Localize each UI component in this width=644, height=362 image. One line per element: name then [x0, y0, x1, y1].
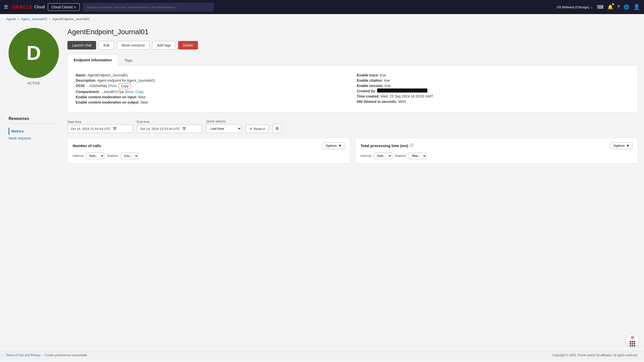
region-selector[interactable]: US Midwest (Chicago) ⌄: [557, 5, 593, 9]
top-nav: ☰ ORACLE Cloud Cloud Classic » US Midwes…: [0, 0, 644, 14]
ocid-copy-button[interactable]: Copy: [119, 83, 131, 89]
notification-icon[interactable]: 🔔: [608, 4, 613, 10]
oracle-text: ORACLE: [12, 5, 33, 10]
info-right-column: Enable trace: true Enable citation: true…: [357, 73, 630, 105]
breadcrumb-agent-journals-link[interactable]: Agent_Journals01: [21, 17, 48, 21]
description-value: Agent endpoint for Agent_Journals01: [97, 78, 155, 83]
quick-selects-dropdown[interactable]: Last hour: [206, 124, 242, 133]
metric-options-processing-chevron: ▼: [626, 144, 629, 148]
end-time-value: Oct 14, 2024 22:53:44 UTC: [140, 127, 180, 131]
interval-label-processing: Interval: [360, 154, 371, 158]
search-input[interactable]: [83, 3, 214, 11]
created-by-redacted: [377, 88, 427, 93]
tab-tags[interactable]: Tags: [118, 55, 139, 65]
edit-button[interactable]: Edit: [99, 41, 114, 50]
content-mod-input-label: Enable content moderation on input:: [76, 95, 137, 100]
user-avatar-icon[interactable]: 👤: [633, 4, 640, 10]
start-time-input-row[interactable]: Oct 14, 2024 21:53:44 UTC 📅: [67, 125, 133, 133]
delete-button[interactable]: Delete: [178, 41, 198, 50]
sidebar-item-metrics[interactable]: Metrics: [9, 128, 59, 135]
interval-select-processing[interactable]: Auto...: [374, 153, 392, 159]
name-label: Name:: [76, 73, 87, 78]
enable-citation-label: Enable citation:: [357, 78, 383, 83]
interval-label: Interval: [73, 154, 84, 158]
start-time-field: Start time Oct 14, 2024 21:53:44 UTC 📅: [67, 120, 133, 133]
left-panel: D ACTIVE Resources Metrics Work requests: [6, 23, 61, 345]
metric-options-processing-button[interactable]: Options ▼: [610, 142, 633, 149]
help-fab-grid-icon: [630, 341, 635, 346]
help-fab-icon: ⊕: [630, 334, 635, 340]
time-selectors-row: Start time Oct 14, 2024 21:53:44 UTC 📅 E…: [67, 119, 638, 133]
info-ocid-row: OCID: ...ts3zhot4aq Show Copy: [76, 83, 349, 89]
end-time-input-row[interactable]: Oct 14, 2024 22:53:44 UTC 📅: [137, 125, 202, 133]
metric-controls-calls: Interval Auto... Statistic Cou...: [73, 153, 345, 159]
info-name-row: Name: AgentEndpoint_Journal01: [76, 73, 349, 78]
info-grid: Name: AgentEndpoint_Journal01 Descriptio…: [76, 73, 630, 105]
ocid-label: OCID:: [76, 83, 86, 88]
compartment-show-link[interactable]: Show: [125, 89, 134, 95]
start-time-label: Start time: [67, 120, 133, 124]
metric-card-total-processing: Total processing time (ms) ⓘ Options ▼ I…: [355, 138, 638, 163]
start-time-calendar-icon[interactable]: 📅: [113, 127, 117, 131]
resources-section: Resources Metrics Work requests: [9, 110, 59, 142]
metrics-row: Number of calls Options ▼ Interval Auto.…: [67, 138, 638, 163]
info-enable-citation-row: Enable citation: true: [357, 78, 630, 83]
terms-link[interactable]: Terms of Use and Privacy: [6, 353, 41, 357]
add-tags-button[interactable]: Add tags: [152, 41, 176, 50]
interval-select-calls[interactable]: Auto...: [86, 153, 104, 159]
enable-session-value: true: [385, 83, 391, 88]
statistic-label: Statistic: [107, 154, 118, 158]
enable-trace-label: Enable trace:: [357, 73, 379, 78]
footer-left: Terms of Use and Privacy · Cookie prefer…: [6, 353, 87, 357]
tab-endpoint-information[interactable]: Endpoint information: [67, 55, 118, 66]
end-time-label: End time: [137, 120, 202, 124]
info-circle-icon[interactable]: ⓘ: [410, 143, 413, 148]
help-icon[interactable]: ?: [617, 5, 620, 10]
avatar: D: [9, 28, 59, 78]
info-compartment-row: Compartment: ...xmzd67c7pa Show Copy: [76, 89, 349, 95]
avatar-letter: D: [26, 41, 41, 65]
content-mod-input-value: false: [138, 95, 146, 100]
statistic-select-processing[interactable]: Mea...: [409, 153, 427, 159]
reset-icon: ↺: [249, 127, 252, 131]
statistic-select-calls[interactable]: Cou...: [121, 153, 139, 159]
info-content-mod-input-row: Enable content moderation on input: fals…: [76, 95, 349, 100]
hamburger-menu-icon[interactable]: ☰: [4, 4, 8, 10]
ocid-show-link[interactable]: Show: [108, 83, 117, 88]
code-icon[interactable]: ⌨: [597, 4, 603, 10]
compartment-copy-link[interactable]: Copy: [136, 89, 144, 95]
move-resource-button[interactable]: Move resource: [117, 41, 150, 50]
nav-region: US Midwest (Chicago) ⌄ ⌨ 🔔 ? 🌐 👤: [557, 4, 640, 10]
compartment-value: ...xmzd67c7pa: [101, 89, 124, 95]
metric-options-calls-chevron: ▼: [338, 144, 342, 148]
right-panel: AgentEndpoint_Journal01 Launch chat Edit…: [67, 23, 638, 345]
cloud-classic-button[interactable]: Cloud Classic »: [48, 3, 80, 11]
launch-chat-button[interactable]: Launch chat: [67, 41, 96, 50]
footer-copyright: Copyright © 2024, Oracle and/or its affi…: [552, 353, 638, 357]
enable-citation-value: true: [384, 78, 390, 83]
breadcrumb: Agents » Agent_Journals01 » AgentEndpoin…: [0, 14, 644, 23]
status-badge: ACTIVE: [27, 81, 40, 85]
info-enable-session-row: Enable session: true: [357, 83, 630, 88]
endpoint-info-card: Name: AgentEndpoint_Journal01 Descriptio…: [67, 66, 638, 112]
help-fab-button[interactable]: ⊕: [626, 334, 639, 347]
enable-trace-value: true: [380, 73, 386, 78]
sidebar-item-work-requests[interactable]: Work requests: [9, 135, 59, 142]
metric-options-calls-button[interactable]: Options ▼: [322, 142, 345, 149]
breadcrumb-agents-link[interactable]: Agents: [6, 17, 16, 21]
nav-icons: ⌨ 🔔 ? 🌐 👤: [597, 4, 640, 10]
metric-card-number-of-calls: Number of calls Options ▼ Interval Auto.…: [67, 138, 350, 163]
grid-view-button[interactable]: ⊞: [273, 124, 281, 133]
idle-timeout-label: Idle timeout in seconds:: [357, 99, 397, 104]
reset-button[interactable]: ↺ Reset d: [246, 125, 269, 133]
metric-title-calls: Number of calls: [73, 144, 101, 148]
info-enable-trace-row: Enable trace: true: [357, 73, 630, 78]
metric-header-processing: Total processing time (ms) ⓘ Options ▼: [360, 142, 633, 149]
globe-icon[interactable]: 🌐: [624, 4, 629, 10]
metric-options-calls-label: Options: [326, 144, 337, 148]
info-left-column: Name: AgentEndpoint_Journal01 Descriptio…: [76, 73, 349, 105]
enable-session-label: Enable session:: [357, 83, 384, 88]
info-content-mod-output-row: Enable content moderation on output: fal…: [76, 100, 349, 105]
end-time-field: End time Oct 14, 2024 22:53:44 UTC 📅: [137, 120, 202, 133]
end-time-calendar-icon[interactable]: 📅: [182, 127, 186, 131]
